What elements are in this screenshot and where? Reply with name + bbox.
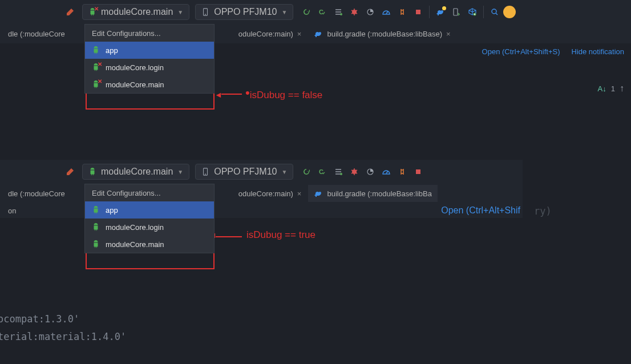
error-badge: ✕ <box>98 78 102 84</box>
svg-point-13 <box>340 173 342 175</box>
close-icon[interactable]: × <box>446 30 451 38</box>
tab-label: dle (:moduleCore <box>8 189 65 198</box>
menu-item-main[interactable]: moduleCore.main <box>85 236 214 253</box>
editor-tabs: dle (:moduleCore oduleCore:main)× build.… <box>0 184 523 203</box>
run-config-menu: Edit Configurations... app ✕ moduleCore.… <box>84 24 215 94</box>
tab-modulecore-main[interactable]: oduleCore:main)× <box>233 25 308 42</box>
svg-rect-7 <box>454 9 458 15</box>
menu-item-login[interactable]: ✕ moduleCore.login <box>85 59 214 76</box>
sdk-manager-icon[interactable] <box>465 5 480 19</box>
menu-item-app[interactable]: app <box>85 201 214 219</box>
error-badge: ✕ <box>94 6 99 12</box>
android-icon: ✕ <box>88 7 96 17</box>
attach-debugger-icon[interactable] <box>395 5 410 19</box>
close-icon[interactable]: × <box>297 189 302 198</box>
avd-manager-icon[interactable] <box>449 5 464 19</box>
profile-icon[interactable] <box>379 5 394 19</box>
menu-edit-configs[interactable]: Edit Configurations... <box>85 25 214 42</box>
menu-label: moduleCore.main <box>106 80 164 89</box>
code-line: terial:material:1.4.0' <box>0 328 126 346</box>
menu-label: app <box>106 46 118 55</box>
svg-point-3 <box>340 13 342 15</box>
android-icon: ✕ <box>92 63 100 72</box>
gradle-file-icon <box>314 189 323 198</box>
toolbar: moduleCore.main ▼ OPPO PFJM10 ▼ C <box>0 160 523 184</box>
run-icon[interactable] <box>331 164 346 179</box>
menu-item-app[interactable]: app <box>85 42 214 59</box>
open-project-structure-link[interactable]: Open (Ctrl+Alt+Shif <box>441 205 520 216</box>
svg-rect-11 <box>205 174 206 175</box>
device-dropdown[interactable]: OPPO PFJM10 ▼ <box>195 4 293 20</box>
stop-icon[interactable] <box>411 164 426 179</box>
mark-count: 1 <box>611 84 615 93</box>
search-icon[interactable] <box>487 5 502 19</box>
run-config-menu: Edit Configurations... app moduleCore.lo… <box>84 184 215 253</box>
gradle-file-icon <box>314 29 323 38</box>
device-label: OPPO PFJM10 <box>214 167 277 177</box>
run-config-dropdown[interactable]: moduleCore.main ▼ <box>82 164 189 180</box>
menu-label: moduleCore.main <box>106 240 164 249</box>
tab-partial[interactable]: dle (:moduleCore <box>2 185 71 202</box>
az-sort-icon[interactable]: A↓ <box>598 84 606 93</box>
profile-icon[interactable] <box>379 164 394 179</box>
error-badge: ✕ <box>98 61 102 67</box>
debug-icon[interactable] <box>347 164 362 179</box>
separator <box>429 6 430 18</box>
run-config-dropdown[interactable]: ✕ moduleCore.main ▼ <box>82 4 189 20</box>
editor-gutter-marks: A↓ 1 ↑ <box>598 83 624 94</box>
chevron-down-icon: ▼ <box>177 169 183 175</box>
tab-label: build.gradle (:moduleBase:libBase) <box>327 30 442 38</box>
tab-partial[interactable]: dle (:moduleCore <box>2 25 71 42</box>
reload-icon[interactable] <box>299 5 314 19</box>
tab-label: oduleCore:main) <box>238 189 293 198</box>
menu-label: Edit Configurations... <box>92 29 161 38</box>
menu-item-main[interactable]: ✕ moduleCore.main <box>85 76 214 93</box>
coverage-icon[interactable] <box>363 5 378 19</box>
android-icon <box>92 240 100 249</box>
run-coverage-icon[interactable]: C <box>315 164 330 179</box>
build-icon[interactable] <box>63 5 78 19</box>
run-icon[interactable] <box>331 5 346 19</box>
user-icon[interactable] <box>503 6 516 18</box>
svg-rect-1 <box>205 14 206 15</box>
gradle-sync-icon[interactable] <box>433 5 448 19</box>
run-coverage-icon[interactable]: C <box>315 5 330 19</box>
debug-icon[interactable] <box>347 5 362 19</box>
tab-build-gradle[interactable]: build.gradle (:moduleBase:libBase)× <box>308 25 456 42</box>
hide-notification-link[interactable]: Hide notification <box>572 47 625 56</box>
attach-debugger-icon[interactable] <box>395 164 410 179</box>
android-icon <box>92 205 100 215</box>
annotation-text: •isDubug == false <box>245 87 322 102</box>
background-code: ry) <box>534 205 552 217</box>
menu-label: app <box>106 206 118 215</box>
device-dropdown[interactable]: OPPO PFJM10 ▼ <box>195 164 293 180</box>
chevron-down-icon: ▼ <box>177 9 183 15</box>
build-icon[interactable] <box>63 164 78 179</box>
tab-label: build.gradle (:moduleBase:libBa <box>327 189 432 198</box>
code-line: ocompat:1.3.0' <box>0 310 126 328</box>
chevron-down-icon: ▼ <box>281 169 287 175</box>
up-arrow-icon[interactable]: ↑ <box>620 83 624 94</box>
open-project-structure-link[interactable]: Open (Ctrl+Alt+Shift+S) <box>482 47 560 56</box>
menu-edit-configs[interactable]: Edit Configurations... <box>85 184 214 201</box>
reload-icon[interactable] <box>299 164 314 179</box>
close-icon[interactable]: × <box>297 30 302 38</box>
code-editor-content: ocompat:1.3.0' terial:material:1.4.0' <box>0 310 126 345</box>
menu-label: moduleCore.login <box>106 63 164 72</box>
svg-point-9 <box>492 9 496 14</box>
tab-partial-suffix[interactable]: on <box>2 204 22 217</box>
tab-label: oduleCore:main) <box>238 30 293 38</box>
tab-modulecore-main[interactable]: oduleCore:main)× <box>233 185 308 202</box>
android-icon <box>92 223 100 232</box>
device-label: OPPO PFJM10 <box>214 7 277 17</box>
editor-subtabs: on Open (Ctrl+Alt+Shif <box>0 203 523 218</box>
svg-point-14 <box>352 169 357 174</box>
device-icon <box>201 168 209 176</box>
tab-build-gradle[interactable]: build.gradle (:moduleBase:libBa <box>308 185 438 202</box>
tab-label: dle (:moduleCore <box>8 30 65 38</box>
coverage-icon[interactable] <box>363 164 378 179</box>
menu-item-login[interactable]: moduleCore.login <box>85 219 214 236</box>
stop-icon[interactable] <box>411 5 426 19</box>
chevron-down-icon: ▼ <box>281 9 287 15</box>
svg-rect-16 <box>416 169 420 174</box>
